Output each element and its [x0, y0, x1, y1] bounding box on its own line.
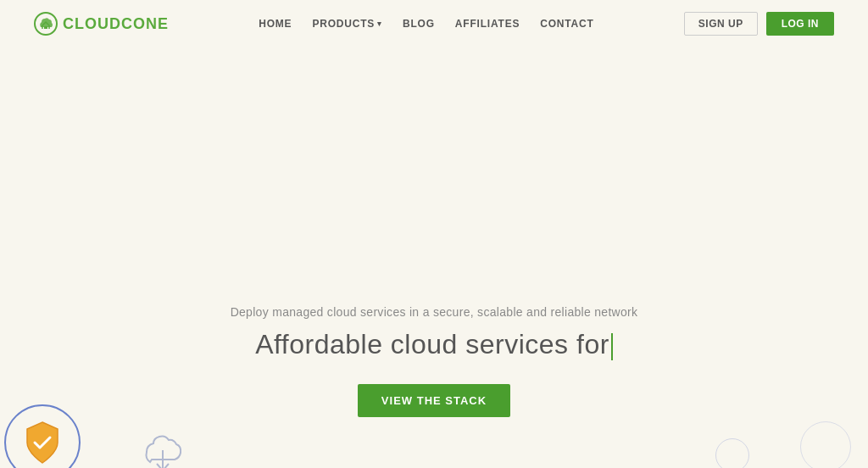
typing-cursor — [611, 333, 613, 360]
cloud-download-icon — [140, 430, 186, 468]
nav-link-products[interactable]: PRODUCTS ▾ — [312, 18, 382, 30]
nav-link-affiliates[interactable]: AFFILIATES — [455, 18, 520, 30]
nav-links: HOME PRODUCTS ▾ BLOG AFFILIATES CONTACT — [259, 18, 593, 30]
nav-link-home[interactable]: HOME — [259, 18, 292, 30]
view-stack-button[interactable]: VIEW THE STACK — [358, 384, 510, 417]
chevron-down-icon: ▾ — [377, 20, 382, 28]
signup-button[interactable]: SIGN UP — [684, 12, 758, 36]
logo-text: CLOUDCONE — [63, 15, 169, 33]
deco-circle-medium — [800, 421, 851, 468]
cloudcone-logo-icon — [34, 12, 58, 36]
login-button[interactable]: LOG IN — [766, 12, 834, 36]
nav-link-blog[interactable]: BLOG — [403, 18, 435, 30]
hero-section: Deploy managed cloud services in a secur… — [0, 47, 868, 468]
nav-link-contact[interactable]: CONTACT — [540, 18, 593, 30]
nav-buttons: SIGN UP LOG IN — [684, 12, 834, 36]
right-decorations — [715, 421, 851, 468]
shield-circle-decoration — [4, 404, 81, 468]
hero-title: Affordable cloud services for — [255, 329, 613, 360]
navbar: CLOUDCONE HOME PRODUCTS ▾ BLOG AFFILIATE… — [0, 0, 868, 47]
logo[interactable]: CLOUDCONE — [34, 12, 169, 36]
cloud-download-decoration — [140, 430, 186, 468]
svg-rect-1 — [44, 26, 47, 29]
deco-circle-small — [715, 438, 749, 468]
hero-subtitle: Deploy managed cloud services in a secur… — [231, 305, 638, 319]
shield-icon — [22, 421, 63, 465]
